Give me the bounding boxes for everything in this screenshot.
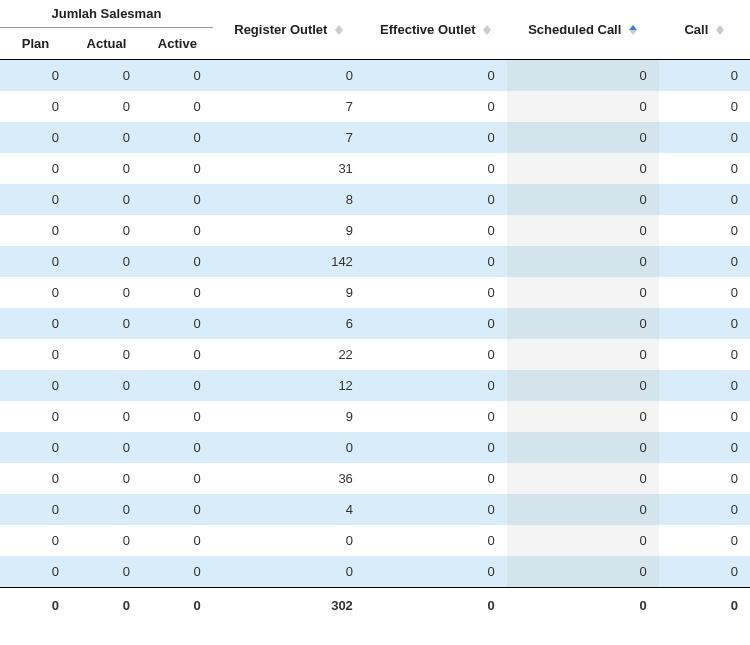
cell-call: 0 xyxy=(659,556,750,588)
cell-effective-outlet: 0 xyxy=(365,246,507,277)
cell-plan: 0 xyxy=(0,184,71,215)
cell-call: 0 xyxy=(659,525,750,556)
cell-plan: 0 xyxy=(0,556,71,588)
cell-scheduled-call: 0 xyxy=(507,494,659,525)
cell-register-outlet: 7 xyxy=(213,91,365,122)
cell-active: 0 xyxy=(142,556,213,588)
cell-effective-outlet: 0 xyxy=(365,308,507,339)
header-effective-outlet[interactable]: Effective Outlet xyxy=(365,0,507,60)
table-row: 0008000 xyxy=(0,184,750,215)
cell-actual: 0 xyxy=(71,463,142,494)
cell-plan: 0 xyxy=(0,525,71,556)
cell-actual: 0 xyxy=(71,494,142,525)
sort-icon xyxy=(335,25,343,35)
cell-call: 0 xyxy=(659,91,750,122)
cell-plan: 0 xyxy=(0,432,71,463)
cell-effective-outlet: 0 xyxy=(365,60,507,92)
cell-actual: 0 xyxy=(71,339,142,370)
table-row: 0006000 xyxy=(0,308,750,339)
cell-actual: 0 xyxy=(71,432,142,463)
cell-scheduled-call: 0 xyxy=(507,401,659,432)
table-row: 0007000 xyxy=(0,122,750,153)
cell-active: 0 xyxy=(142,432,213,463)
cell-call: 0 xyxy=(659,401,750,432)
table-row: 0000000 xyxy=(0,525,750,556)
cell-actual: 0 xyxy=(71,184,142,215)
total-plan: 0 xyxy=(0,588,71,624)
cell-effective-outlet: 0 xyxy=(365,463,507,494)
cell-register-outlet: 142 xyxy=(213,246,365,277)
cell-effective-outlet: 0 xyxy=(365,494,507,525)
cell-call: 0 xyxy=(659,184,750,215)
table-row: 0009000 xyxy=(0,277,750,308)
cell-active: 0 xyxy=(142,339,213,370)
cell-scheduled-call: 0 xyxy=(507,153,659,184)
cell-active: 0 xyxy=(142,215,213,246)
cell-plan: 0 xyxy=(0,60,71,92)
table-row: 00036000 xyxy=(0,463,750,494)
cell-effective-outlet: 0 xyxy=(365,215,507,246)
cell-register-outlet: 4 xyxy=(213,494,365,525)
total-scheduled-call: 0 xyxy=(507,588,659,624)
cell-active: 0 xyxy=(142,60,213,92)
header-group-salesman: Jumlah Salesman xyxy=(0,0,213,28)
cell-scheduled-call: 0 xyxy=(507,184,659,215)
cell-effective-outlet: 0 xyxy=(365,184,507,215)
header-plan[interactable]: Plan xyxy=(0,28,71,60)
cell-actual: 0 xyxy=(71,308,142,339)
cell-effective-outlet: 0 xyxy=(365,122,507,153)
cell-register-outlet: 0 xyxy=(213,556,365,588)
cell-register-outlet: 36 xyxy=(213,463,365,494)
cell-call: 0 xyxy=(659,339,750,370)
sort-icon xyxy=(716,25,724,35)
cell-effective-outlet: 0 xyxy=(365,339,507,370)
cell-register-outlet: 0 xyxy=(213,60,365,92)
total-effective-outlet: 0 xyxy=(365,588,507,624)
header-call-label: Call xyxy=(684,22,708,37)
cell-call: 0 xyxy=(659,153,750,184)
header-actual[interactable]: Actual xyxy=(71,28,142,60)
cell-plan: 0 xyxy=(0,370,71,401)
cell-call: 0 xyxy=(659,494,750,525)
cell-active: 0 xyxy=(142,91,213,122)
table-row: 0009000 xyxy=(0,401,750,432)
cell-plan: 0 xyxy=(0,91,71,122)
cell-actual: 0 xyxy=(71,153,142,184)
cell-scheduled-call: 0 xyxy=(507,277,659,308)
header-register-outlet[interactable]: Register Outlet xyxy=(213,0,365,60)
header-active[interactable]: Active xyxy=(142,28,213,60)
cell-scheduled-call: 0 xyxy=(507,556,659,588)
cell-effective-outlet: 0 xyxy=(365,432,507,463)
table-row: 0007000 xyxy=(0,91,750,122)
header-scheduled-call[interactable]: Scheduled Call xyxy=(507,0,659,60)
table-row: 00022000 xyxy=(0,339,750,370)
cell-scheduled-call: 0 xyxy=(507,370,659,401)
cell-active: 0 xyxy=(142,246,213,277)
total-register-outlet: 302 xyxy=(213,588,365,624)
cell-register-outlet: 6 xyxy=(213,308,365,339)
cell-call: 0 xyxy=(659,60,750,92)
cell-active: 0 xyxy=(142,370,213,401)
cell-call: 0 xyxy=(659,432,750,463)
cell-register-outlet: 22 xyxy=(213,339,365,370)
table-row: 0000000 xyxy=(0,432,750,463)
cell-register-outlet: 9 xyxy=(213,215,365,246)
cell-effective-outlet: 0 xyxy=(365,556,507,588)
cell-actual: 0 xyxy=(71,215,142,246)
header-effective-outlet-label: Effective Outlet xyxy=(380,22,475,37)
cell-actual: 0 xyxy=(71,401,142,432)
cell-plan: 0 xyxy=(0,401,71,432)
cell-active: 0 xyxy=(142,122,213,153)
cell-register-outlet: 12 xyxy=(213,370,365,401)
table-row: 0004000 xyxy=(0,494,750,525)
cell-register-outlet: 9 xyxy=(213,277,365,308)
cell-actual: 0 xyxy=(71,556,142,588)
cell-call: 0 xyxy=(659,370,750,401)
cell-scheduled-call: 0 xyxy=(507,122,659,153)
cell-scheduled-call: 0 xyxy=(507,463,659,494)
cell-register-outlet: 8 xyxy=(213,184,365,215)
salesman-table: Jumlah Salesman Register Outlet Effectiv… xyxy=(0,0,750,623)
header-call[interactable]: Call xyxy=(659,0,750,60)
cell-active: 0 xyxy=(142,277,213,308)
cell-active: 0 xyxy=(142,401,213,432)
